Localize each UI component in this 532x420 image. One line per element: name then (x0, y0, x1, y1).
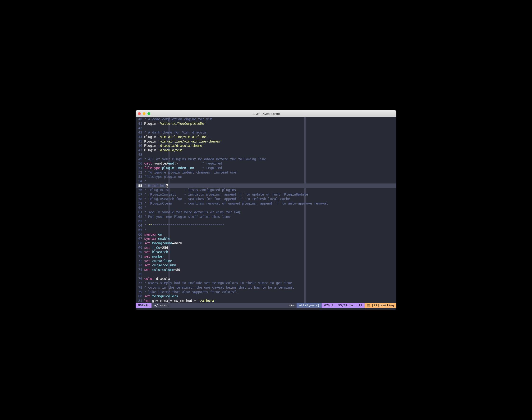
code-line[interactable]: 72set cursorline (136, 259, 396, 263)
code-line[interactable]: 65" (136, 228, 396, 232)
code-content[interactable]: set termguicolors (144, 294, 396, 299)
code-content[interactable]: " (144, 206, 396, 210)
code-line[interactable]: 80set termguicolors (136, 294, 396, 299)
line-number: 41 (136, 121, 144, 126)
code-line[interactable]: 58" :PluginSearch foo - searches for foo… (136, 197, 396, 201)
code-line[interactable]: 40" A code-completion engine for Vim (136, 117, 396, 121)
code-content[interactable]: " """""""""""""""""""""""""""""""""""""" (144, 223, 396, 228)
code-content[interactable]: set background=dark (144, 241, 396, 245)
code-line[interactable]: 52" To ignore plugin indent changes, ins… (136, 170, 396, 175)
code-content[interactable]: " Brief help (144, 183, 396, 188)
code-line[interactable]: 66syntax on (136, 232, 396, 237)
code-line[interactable]: 48 (136, 152, 396, 157)
code-line[interactable]: 50call vundle#end() " required (136, 161, 396, 166)
code-content[interactable]: " (144, 228, 396, 232)
code-line[interactable]: 43" A dark theme for Vim: dracula (136, 130, 396, 135)
code-content[interactable]: " (144, 179, 396, 183)
code-content[interactable]: set hlsearch (144, 250, 396, 254)
code-content[interactable]: " To ignore plugin indent changes, inste… (144, 170, 396, 175)
code-content[interactable]: "filetype plugin on (144, 175, 396, 179)
code-content[interactable]: color dracula (144, 277, 396, 281)
line-number: 65 (136, 228, 144, 232)
code-content[interactable]: " All of your Plugins must be added befo… (144, 157, 396, 162)
code-line[interactable]: 81let g:vimtex_view_method = 'zathura' (136, 299, 396, 303)
code-line[interactable]: 59" :PluginClean - confirms removal of u… (136, 201, 396, 206)
code-content[interactable]: " see :h vundle for more details or wiki… (144, 210, 396, 214)
line-number: 63 (136, 219, 144, 223)
code-line[interactable]: 67syntax enable (136, 237, 396, 241)
code-content[interactable]: set t_Co=256 (144, 245, 396, 250)
code-content[interactable]: Plugin 'Valloric/YouCompleteMe' (144, 121, 396, 126)
code-content[interactable]: " :PluginInstall - installs plugins; app… (144, 192, 396, 197)
line-number: 48 (136, 152, 144, 157)
code-content[interactable]: syntax on (144, 232, 396, 237)
code-line[interactable]: 49" All of your Plugins must be added be… (136, 157, 396, 162)
status-mode: NORMAL (136, 303, 151, 308)
code-line[interactable]: 71set number (136, 254, 396, 259)
code-content[interactable]: let g:vimtex_view_method = 'zathura' (144, 299, 396, 303)
code-content[interactable]: set number (144, 254, 396, 259)
code-line[interactable]: 54" (136, 179, 396, 183)
code-content[interactable]: Plugin 'dracula/dracula-theme' (144, 143, 396, 148)
code-content[interactable]: " like iTerm2 that also supports “true c… (144, 290, 396, 294)
code-line[interactable]: 78" colors in the terminal— the one cave… (136, 285, 396, 290)
code-content[interactable]: filetype plugin indent on " required (144, 166, 396, 170)
code-line[interactable]: 47Plugin 'dracula/vim' (136, 148, 396, 152)
close-icon[interactable] (138, 112, 141, 115)
code-line[interactable]: 61" see :h vundle for more details or wi… (136, 210, 396, 214)
line-number: 79 (136, 290, 144, 294)
code-content[interactable]: " users simply had to include set termgu… (144, 281, 396, 285)
code-line[interactable]: 70set hlsearch (136, 250, 396, 254)
code-content[interactable]: " A code-completion engine for Vim (144, 117, 396, 121)
code-content[interactable]: Plugin 'dracula/vim' (144, 148, 396, 152)
code-line[interactable]: 69set t_Co=256 (136, 245, 396, 250)
code-content[interactable]: " colors in the terminal— the one caveat… (144, 285, 396, 290)
code-line[interactable]: 55" Brief help (136, 183, 396, 188)
line-number: 75 (136, 272, 144, 277)
code-content[interactable]: set cursorline (144, 259, 396, 263)
code-line[interactable]: 62" Put your non-Plugin stuff after this… (136, 214, 396, 219)
line-number: 64 (136, 223, 144, 228)
code-content[interactable]: set colorcolumn=80 (144, 268, 396, 272)
code-content[interactable]: call vundle#end() " required (144, 161, 396, 166)
code-content[interactable]: " :PluginList - lists configured plugins (144, 188, 396, 192)
code-content[interactable] (144, 152, 396, 157)
code-line[interactable]: 46Plugin 'dracula/dracula-theme' (136, 143, 396, 148)
code-line[interactable]: 42 (136, 126, 396, 131)
code-content[interactable]: syntax enable (144, 237, 396, 241)
line-number: 55 (136, 183, 144, 188)
line-number: 69 (136, 245, 144, 250)
code-content[interactable]: " Put your non-Plugin stuff after this l… (144, 214, 396, 219)
code-line[interactable]: 73set cursorcolumn (136, 263, 396, 268)
code-content[interactable]: " A dark theme for Vim: dracula (144, 130, 396, 135)
code-content[interactable]: " :PluginSearch foo - searches for foo; … (144, 197, 396, 201)
code-line[interactable]: 74set colorcolumn=80 (136, 268, 396, 272)
code-line[interactable]: 76color dracula (136, 277, 396, 281)
editor-area[interactable]: 40" A code-completion engine for Vim41Pl… (136, 117, 396, 303)
code-line[interactable]: 77" users simply had to include set term… (136, 281, 396, 285)
code-line[interactable]: 68set background=dark (136, 241, 396, 245)
code-line[interactable]: 56" :PluginList - lists configured plugi… (136, 188, 396, 192)
code-line[interactable]: 51filetype plugin indent on " required (136, 166, 396, 170)
code-content[interactable]: set cursorcolumn (144, 263, 396, 268)
code-content[interactable]: " (144, 219, 396, 223)
titlebar[interactable]: 1. vim ~/.vimrc (vim) (136, 110, 396, 117)
code-content[interactable] (144, 272, 396, 277)
code-content[interactable]: Plugin 'vim-airline/vim-airline' (144, 135, 396, 139)
code-line[interactable]: 53"filetype plugin on (136, 175, 396, 179)
code-line[interactable]: 57" :PluginInstall - installs plugins; a… (136, 192, 396, 197)
code-content[interactable] (144, 126, 396, 131)
code-content[interactable]: " :PluginClean - confirms removal of unu… (144, 201, 396, 206)
code-line[interactable]: 45Plugin 'vim-airline/vim-airline-themes… (136, 139, 396, 144)
line-number: 76 (136, 277, 144, 281)
code-line[interactable]: 60" (136, 206, 396, 210)
code-line[interactable]: 64" """"""""""""""""""""""""""""""""""""… (136, 223, 396, 228)
code-line[interactable]: 41Plugin 'Valloric/YouCompleteMe' (136, 121, 396, 126)
minimize-icon[interactable] (143, 112, 145, 115)
code-line[interactable]: 63" (136, 219, 396, 223)
code-line[interactable]: 79" like iTerm2 that also supports “true… (136, 290, 396, 294)
code-line[interactable]: 75 (136, 272, 396, 277)
maximize-icon[interactable] (147, 112, 150, 115)
code-content[interactable]: Plugin 'vim-airline/vim-airline-themes' (144, 139, 396, 144)
code-line[interactable]: 44Plugin 'vim-airline/vim-airline' (136, 135, 396, 139)
